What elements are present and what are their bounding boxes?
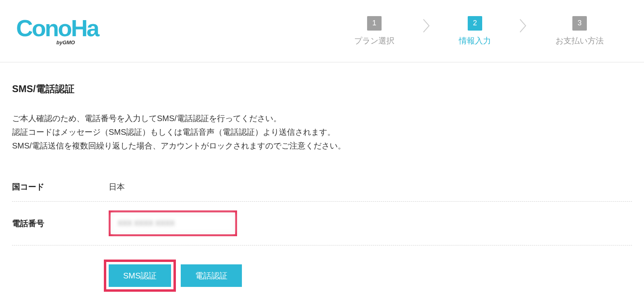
conoha-logo-icon: ConoHa byGMO [16, 12, 105, 48]
phone-auth-button[interactable]: 電話認証 [181, 264, 242, 287]
phone-number-input[interactable] [111, 213, 234, 233]
description-line-2: 認証コードはメッセージ（SMS認証）もしくは電話音声（電話認証）より送信されます… [12, 125, 632, 139]
country-code-label: 国コード [12, 181, 109, 192]
step-2-number: 2 [468, 16, 482, 31]
page-description: ご本人確認のため、電話番号を入力してSMS/電話認証を行ってください。 認証コー… [12, 111, 632, 153]
progress-steps: 1 プラン選択 2 情報入力 3 お支払い方法 [354, 16, 604, 46]
country-code-row: 国コード 日本 [12, 173, 632, 202]
logo[interactable]: ConoHa byGMO [16, 12, 105, 50]
page-title: SMS/電話認証 [12, 82, 632, 95]
chevron-right-icon [519, 19, 527, 36]
country-code-value: 日本 [109, 181, 125, 192]
description-line-1: ご本人確認のため、電話番号を入力してSMS/電話認証を行ってください。 [12, 111, 632, 125]
sms-button-highlight: SMS認証 [104, 260, 176, 292]
step-1-number: 1 [367, 16, 382, 31]
step-1: 1 プラン選択 [354, 16, 394, 46]
step-2: 2 情報入力 [459, 16, 491, 46]
description-line-3: SMS/電話送信を複数回繰り返した場合、アカウントがロックされますのでご注意くだ… [12, 139, 632, 153]
phone-number-row: 電話番号 [12, 202, 632, 245]
auth-buttons: SMS認証 電話認証 [109, 245, 632, 292]
svg-text:ConoHa: ConoHa [16, 15, 100, 41]
step-3: 3 お支払い方法 [555, 16, 604, 46]
main-content: SMS/電話認証 ご本人確認のため、電話番号を入力してSMS/電話認証を行ってく… [0, 62, 644, 303]
sms-auth-button[interactable]: SMS認証 [109, 264, 171, 287]
step-3-number: 3 [572, 16, 587, 31]
step-3-label: お支払い方法 [555, 35, 604, 46]
phone-number-label: 電話番号 [12, 218, 109, 229]
header: ConoHa byGMO 1 プラン選択 2 情報入力 3 お支払い方法 [0, 0, 644, 62]
step-1-label: プラン選択 [354, 35, 394, 46]
phone-input-highlight [109, 210, 237, 236]
chevron-right-icon [423, 19, 431, 36]
svg-text:byGMO: byGMO [56, 39, 75, 45]
step-2-label: 情報入力 [459, 35, 491, 46]
